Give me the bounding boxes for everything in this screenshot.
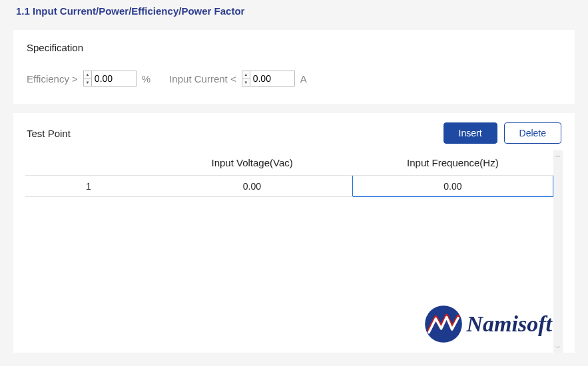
spinner-up-icon[interactable]: ▲ xyxy=(242,71,250,79)
spinner-down-icon[interactable]: ▼ xyxy=(242,79,250,87)
current-input[interactable] xyxy=(250,71,294,86)
efficiency-input[interactable] xyxy=(92,71,136,86)
col-voltage: Input Voltage(Vac) xyxy=(152,150,352,176)
testpoint-panel: Test Point Insert Delete Input Voltage(V… xyxy=(13,113,575,353)
current-label: Input Current < xyxy=(169,73,236,85)
cell-frequency[interactable]: 0.00 xyxy=(352,176,553,197)
table-header-row: Input Voltage(Vac) Input Frequence(Hz) xyxy=(25,150,553,176)
col-index xyxy=(25,150,152,176)
spec-row: Efficiency > ▲ ▼ % Input Current < ▲ ▼ A xyxy=(27,71,561,87)
efficiency-label: Efficiency > xyxy=(27,73,78,85)
namisoft-logo: Namisoft xyxy=(424,305,552,343)
insert-button[interactable]: Insert xyxy=(443,122,497,144)
specification-panel: Specification Efficiency > ▲ ▼ % Input C… xyxy=(13,30,575,104)
spinner-up-icon[interactable]: ▲ xyxy=(84,71,91,79)
current-unit: A xyxy=(300,73,307,85)
spinner-down-icon[interactable]: ▼ xyxy=(84,79,91,87)
scroll-up-icon[interactable]: ︿ xyxy=(555,152,561,159)
efficiency-spinner[interactable]: ▲ ▼ xyxy=(83,71,137,87)
vertical-scrollbar[interactable]: ︿ ﹀ xyxy=(553,150,563,353)
cell-index[interactable]: 1 xyxy=(25,176,152,197)
section-title: 1.1 Input Current/Power/Efficiency/Power… xyxy=(13,5,575,17)
cell-voltage[interactable]: 0.00 xyxy=(152,176,352,197)
current-spinner[interactable]: ▲ ▼ xyxy=(242,71,295,87)
logo-text: Namisoft xyxy=(467,311,552,337)
button-group: Insert Delete xyxy=(443,122,561,144)
efficiency-spinner-buttons[interactable]: ▲ ▼ xyxy=(84,71,92,86)
scroll-down-icon[interactable]: ﹀ xyxy=(555,344,561,351)
current-spinner-buttons[interactable]: ▲ ▼ xyxy=(242,71,250,86)
testpoint-title: Test Point xyxy=(27,128,71,139)
testpoint-table: Input Voltage(Vac) Input Frequence(Hz) 1… xyxy=(25,150,553,197)
efficiency-unit: % xyxy=(142,73,150,85)
delete-button[interactable]: Delete xyxy=(504,122,561,144)
spec-panel-title: Specification xyxy=(27,42,561,53)
testpoint-header: Test Point Insert Delete xyxy=(13,113,575,150)
col-frequency: Input Frequence(Hz) xyxy=(352,150,553,176)
table-row[interactable]: 1 0.00 0.00 xyxy=(25,176,553,197)
logo-icon xyxy=(424,305,463,343)
